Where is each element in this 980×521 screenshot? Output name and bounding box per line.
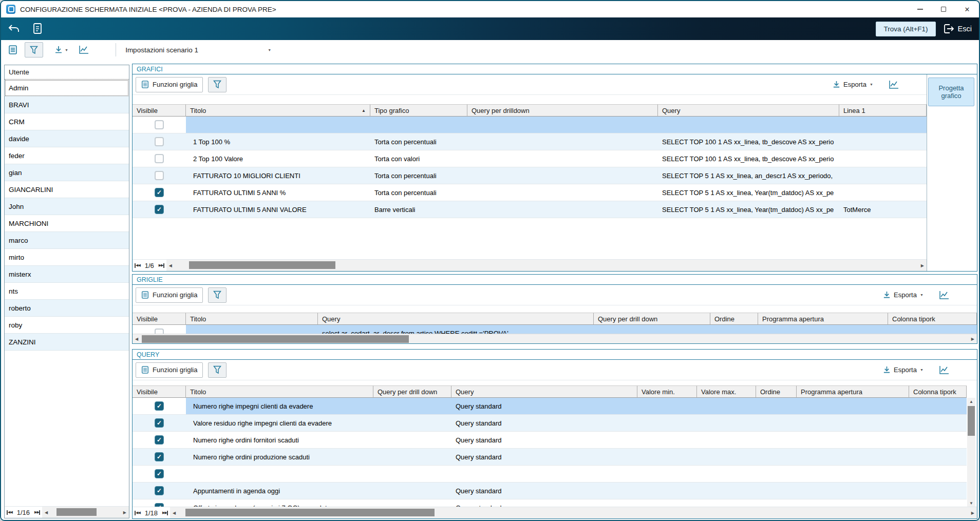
table-row[interactable]: FATTURATO ULTIMI 5 ANNI % Torta con perc… — [133, 184, 927, 201]
scrollbar-thumb[interactable] — [56, 508, 97, 516]
column-header-linea1[interactable]: Linea 1 — [839, 104, 927, 117]
column-header-visibile[interactable]: Visibile — [133, 104, 186, 117]
scroll-up-button[interactable]: ▲ — [967, 398, 975, 406]
scroll-right-button[interactable]: ▶ — [969, 334, 977, 343]
scrollbar-thumb[interactable] — [189, 261, 335, 269]
sidebar-user-row[interactable]: misterx — [5, 266, 129, 283]
chart-view-button[interactable] — [79, 45, 89, 54]
scrollbar-thumb[interactable] — [185, 509, 435, 516]
last-page-button[interactable]: ▶▶ — [157, 263, 166, 268]
scroll-left-button[interactable]: ◀ — [42, 507, 50, 518]
sidebar-user-row[interactable]: feder — [5, 147, 129, 164]
chart-view-button[interactable] — [939, 291, 949, 300]
column-header-visibile[interactable]: Visibile — [133, 385, 186, 398]
visible-checkbox[interactable] — [155, 503, 164, 507]
minimize-button[interactable] — [908, 1, 932, 17]
export-button[interactable]: ▼ — [54, 46, 68, 54]
visible-checkbox[interactable] — [155, 452, 164, 461]
sidebar-user-row[interactable]: nts — [5, 283, 129, 300]
scrollbar-thumb[interactable] — [968, 406, 975, 436]
column-header-ordine[interactable]: Ordine — [710, 313, 758, 325]
filter-button[interactable] — [208, 287, 227, 303]
visible-checkbox[interactable] — [155, 188, 164, 197]
column-header-query-drilldown[interactable]: Query per drilldown — [467, 104, 658, 117]
visible-checkbox[interactable] — [155, 154, 164, 163]
visible-checkbox[interactable] — [155, 205, 164, 214]
grid-functions-button[interactable] — [8, 45, 17, 55]
horizontal-scrollbar[interactable] — [178, 507, 969, 518]
sidebar-user-row[interactable]: MARCHIONI — [5, 215, 129, 232]
scroll-right-button[interactable]: ▶ — [969, 507, 977, 518]
grid-view-button[interactable] — [98, 45, 107, 54]
visible-checkbox[interactable] — [155, 486, 164, 495]
sidebar-user-row[interactable]: GIANCARLINI — [5, 181, 129, 198]
table-row[interactable] — [133, 466, 967, 483]
sidebar-user-row[interactable]: roberto — [5, 300, 129, 317]
column-header-query-drilldown[interactable]: Query per drill down — [373, 385, 451, 398]
column-header-query-drilldown[interactable]: Query per drill down — [594, 313, 710, 325]
column-header-visibile[interactable]: Visibile — [133, 313, 186, 325]
horizontal-scrollbar[interactable] — [141, 334, 969, 343]
scenario-dropdown[interactable]: Impostazioni scenario 1 ▼ — [121, 43, 275, 57]
sidebar-user-row[interactable]: CRM — [5, 113, 129, 130]
table-row[interactable]: FATTURATO ULTIMI 5 ANNI VALORE Barre ver… — [133, 201, 927, 218]
scroll-left-button[interactable]: ◀ — [170, 507, 178, 518]
sidebar-user-row[interactable]: John — [5, 198, 129, 215]
column-header-query[interactable]: Query — [451, 385, 637, 398]
esci-button[interactable]: Esci — [943, 23, 974, 34]
chart-view-button[interactable] — [939, 365, 949, 375]
table-row[interactable]: Offerte in scadenza (prossimi 7 GG) o sc… — [133, 499, 967, 507]
query-vertical-scrollbar[interactable]: ▲ ▼ — [967, 398, 975, 507]
column-header-query[interactable]: Query — [318, 313, 594, 325]
column-header-tipo-grafico[interactable]: Tipo grafico — [370, 104, 467, 117]
progetta-grafico-button[interactable]: Progetta grafico — [928, 78, 974, 106]
scrollbar-thumb[interactable] — [142, 335, 409, 343]
column-header-titolo[interactable]: Titolo — [186, 313, 318, 325]
visible-checkbox[interactable] — [155, 171, 164, 180]
scroll-right-button[interactable]: ▶ — [121, 507, 129, 518]
column-header-programma-apertura[interactable]: Programma apertura — [797, 385, 909, 398]
sidebar-user-row[interactable]: BRAVI — [5, 97, 129, 113]
funzioni-griglia-button[interactable]: Funzioni griglia — [136, 287, 203, 303]
sidebar-user-row[interactable]: roby — [5, 317, 129, 334]
table-row[interactable]: Numero righe ordini produzione scaduti Q… — [133, 449, 967, 466]
last-page-button[interactable]: ▶▶ — [32, 510, 42, 515]
funzioni-griglia-button[interactable]: Funzioni griglia — [136, 362, 203, 378]
visible-checkbox[interactable] — [155, 120, 164, 129]
chart-view-button[interactable] — [889, 80, 899, 89]
scroll-left-button[interactable]: ◀ — [166, 260, 175, 271]
visible-checkbox[interactable] — [155, 137, 164, 146]
column-header-colonna-tipork[interactable]: Colonna tipork — [888, 313, 977, 325]
esporta-button[interactable]: Esporta ▼ — [833, 81, 873, 88]
first-page-button[interactable]: ◀◀ — [133, 511, 142, 515]
scroll-down-button[interactable]: ▼ — [967, 499, 975, 507]
visible-checkbox[interactable] — [155, 469, 164, 478]
filter-button[interactable] — [208, 77, 227, 92]
scroll-right-button[interactable]: ▶ — [918, 260, 927, 271]
first-page-button[interactable]: ◀◀ — [5, 510, 14, 515]
trova-button[interactable]: Trova (Alt+F1) — [876, 22, 935, 36]
sidebar-user-row[interactable]: marco — [5, 232, 129, 249]
table-row[interactable]: Numero righe impegni clienti da evadere … — [133, 398, 967, 415]
sidebar-user-row[interactable]: gian — [5, 164, 129, 181]
table-row[interactable] — [133, 117, 927, 133]
first-page-button[interactable]: ◀◀ — [133, 263, 142, 268]
scroll-left-button[interactable]: ◀ — [133, 334, 141, 343]
table-row[interactable]: 2 Top 100 Valore Torta con valori SELECT… — [133, 150, 927, 167]
visible-checkbox[interactable] — [155, 329, 164, 334]
column-header-query[interactable]: Query — [658, 104, 839, 117]
table-row[interactable]: Valore residuo righe impegni clienti da … — [133, 415, 967, 432]
maximize-button[interactable] — [932, 1, 955, 17]
grid-view-button[interactable] — [910, 80, 919, 89]
sidebar-user-row[interactable]: Admin — [5, 80, 129, 97]
esporta-button[interactable]: Esporta ▼ — [883, 291, 924, 299]
table-row[interactable]: 1 Top 100 % Torta con percentuali SELECT… — [133, 133, 927, 150]
grid-view-button[interactable] — [960, 290, 970, 299]
filter-toggle-button[interactable] — [25, 42, 43, 57]
visible-checkbox[interactable] — [155, 435, 164, 445]
grid-view-button[interactable] — [960, 365, 970, 374]
column-header-titolo[interactable]: Titolo — [186, 385, 373, 398]
horizontal-scrollbar[interactable] — [50, 507, 121, 518]
column-header-colonna-tipork[interactable]: Colonna tipork — [909, 385, 967, 398]
funzioni-griglia-button[interactable]: Funzioni griglia — [136, 77, 203, 92]
